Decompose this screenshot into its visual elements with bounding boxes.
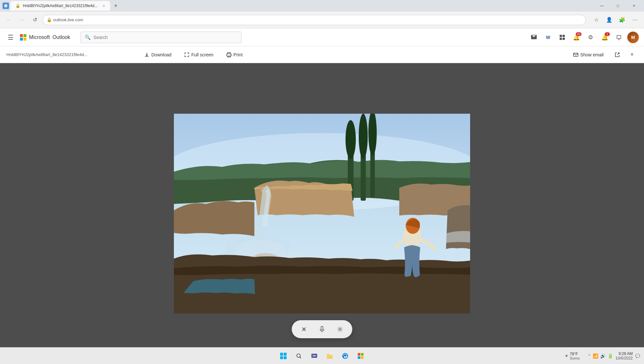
image-viewer-toolbar: HnblBlYHJ2pIlkAe86arI_8e1423321f9e4d... … [0, 46, 644, 63]
browser-menu-button[interactable]: ⋯ [630, 15, 640, 25]
search-icon: 🔍 [85, 34, 91, 40]
profile-button[interactable]: 👤 [604, 15, 614, 25]
close-button[interactable]: × [627, 1, 641, 11]
hamburger-menu[interactable]: ☰ [5, 31, 16, 44]
weather-condition: Sunny [570, 356, 580, 360]
taskbar-chat[interactable] [307, 349, 321, 363]
apps-icon-btn[interactable] [556, 32, 568, 43]
speaker-icon[interactable]: 🔊 [600, 353, 606, 359]
svg-rect-53 [361, 356, 364, 359]
close-viewer-button[interactable]: × [626, 49, 638, 60]
browser-addressbar: ← → ↺ 🔒 outlook.live.com ☆ 👤 🧩 ⋯ [0, 12, 644, 28]
svg-rect-9 [563, 38, 565, 40]
taskbar-store[interactable] [354, 349, 368, 363]
svg-rect-40 [280, 353, 283, 356]
notification-area[interactable]: 💬 [635, 354, 640, 358]
browser-tabs: 🔒 HnblBlYHJ2pIlkAe86arI_8e1423321f9e4d..… [3, 1, 592, 11]
print-icon [226, 52, 232, 57]
svg-rect-42 [280, 356, 283, 359]
svg-point-47 [315, 355, 316, 356]
clock-time: 9:28 AM [616, 351, 633, 356]
download-label: Download [151, 52, 171, 57]
appbar-icons: W 🔔 20 ⚙ 🔔 1 M [528, 32, 639, 43]
svg-rect-38 [321, 326, 323, 330]
show-email-icon [573, 52, 578, 57]
popout-button[interactable] [611, 50, 624, 59]
settings-btn[interactable]: ⚙ [585, 32, 596, 43]
feedback-btn[interactable] [613, 32, 625, 43]
image-filename: HnblBlYHJ2pIlkAe86arI_8e1423321f9e4d... [6, 52, 135, 57]
taskbar-edge[interactable] [338, 349, 352, 363]
brand-name: Microsoft [29, 34, 50, 40]
svg-rect-41 [284, 353, 287, 356]
photo-container [174, 114, 470, 313]
windows-icon [280, 353, 287, 359]
print-label: Print [233, 52, 243, 57]
new-tab-button[interactable]: + [111, 1, 120, 10]
notification-badge: 20 [576, 32, 582, 36]
chat-icon-btn[interactable] [528, 32, 540, 43]
user-avatar[interactable]: M [627, 32, 639, 43]
tab-favicon [3, 3, 9, 9]
close-icon: × [630, 51, 634, 58]
tab-title: HnblBlYHJ2pIlkAe86arI_8e1423321f9e4d... [23, 4, 98, 8]
svg-rect-3 [20, 38, 23, 41]
floating-controls [292, 320, 352, 338]
tab-close-btn[interactable]: × [103, 4, 105, 8]
close-floating-icon [301, 326, 307, 332]
clock-date: 10/6/2022 [616, 356, 633, 360]
svg-point-44 [297, 354, 300, 357]
network-icon[interactable]: 📶 [593, 353, 598, 359]
settings-floating-button[interactable] [334, 323, 346, 335]
feedback-icon [616, 34, 622, 41]
taskbar-files[interactable] [323, 349, 337, 363]
toolbar-right: Show email × [568, 49, 638, 60]
svg-rect-52 [358, 356, 360, 359]
download-button[interactable]: Download [140, 50, 175, 59]
mic-button[interactable] [316, 323, 328, 335]
show-email-button[interactable]: Show email [568, 50, 608, 60]
print-button[interactable]: Print [223, 50, 247, 59]
word-icon-btn[interactable]: W [542, 32, 554, 43]
notification-bell-btn[interactable]: 🔔 20 [571, 32, 582, 43]
search-box[interactable]: 🔍 [80, 32, 242, 43]
svg-point-29 [359, 114, 368, 159]
fullscreen-button[interactable]: Full screen [180, 50, 217, 59]
minimize-button[interactable]: — [594, 1, 609, 11]
refresh-button[interactable]: ↺ [30, 15, 40, 25]
outlook-appbar: ☰ Microsoft Outlook 🔍 W 🔔 20 ⚙ [0, 28, 644, 46]
activity-btn[interactable]: 🔔 1 [599, 32, 611, 43]
taskbar-search[interactable] [292, 349, 306, 363]
address-bar[interactable]: 🔒 outlook.live.com [43, 15, 586, 25]
popout-icon [615, 52, 620, 57]
forward-button[interactable]: → [17, 15, 27, 25]
show-email-label: Show email [580, 52, 603, 57]
taskbar-weather[interactable]: ☀ 78°F Sunny [565, 352, 580, 360]
download-icon [144, 52, 149, 57]
fullscreen-label: Full screen [191, 52, 213, 57]
favorites-button[interactable]: ☆ [591, 15, 601, 25]
taskbar-start[interactable] [276, 349, 290, 363]
outlook-search-container: 🔍 [80, 32, 242, 43]
chevron-up-icon[interactable]: ⌃ [588, 354, 591, 358]
battery-icon[interactable]: 🔋 [608, 353, 613, 359]
svg-rect-50 [358, 353, 360, 356]
window-controls: — □ × [594, 1, 641, 11]
svg-point-37 [413, 277, 419, 280]
taskbar-store-icon [357, 352, 364, 359]
tab-icon: 🔒 [15, 4, 20, 8]
svg-point-46 [313, 355, 314, 356]
svg-point-39 [339, 328, 341, 330]
svg-point-22 [230, 54, 231, 55]
svg-point-27 [346, 120, 356, 159]
taskbar: ☀ 78°F Sunny ⌃ 📶 🔊 🔋 9:28 AM 10/6/2022 💬 [0, 347, 644, 364]
close-floating-button[interactable] [298, 323, 310, 335]
back-button[interactable]: ← [4, 15, 14, 25]
maximize-button[interactable]: □ [611, 1, 625, 11]
extensions-button[interactable]: 🧩 [617, 15, 627, 25]
taskbar-datetime[interactable]: 9:28 AM 10/6/2022 [616, 351, 633, 360]
search-input[interactable] [93, 35, 237, 40]
svg-rect-6 [560, 35, 562, 37]
browser-tab-active[interactable]: 🔒 HnblBlYHJ2pIlkAe86arI_8e1423321f9e4d..… [10, 1, 110, 11]
weather-icon: ☀ [565, 354, 568, 358]
